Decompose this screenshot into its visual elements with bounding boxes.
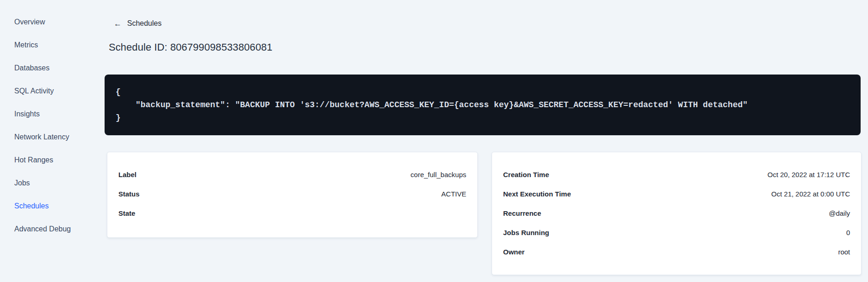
row-value: ACTIVE	[441, 190, 466, 198]
sidebar-item-jobs[interactable]: Jobs	[0, 172, 100, 195]
page-title: Schedule ID: 806799098533806081	[109, 41, 272, 53]
row-label: Label	[118, 171, 136, 178]
back-arrow-icon: ←	[114, 20, 122, 28]
sidebar-item-network-latency[interactable]: Network Latency	[0, 126, 100, 149]
sidebar-item-sql-activity[interactable]: SQL Activity	[0, 80, 100, 103]
sidebar-item-metrics[interactable]: Metrics	[0, 34, 100, 57]
schedule-details-page: Overview Metrics Databases SQL Activity …	[0, 0, 868, 282]
code-line: "backup_statement": "BACKUP INTO 's3://b…	[116, 98, 850, 111]
sidebar-item-insights[interactable]: Insights	[0, 103, 100, 126]
detail-row-status: Status ACTIVE	[118, 184, 466, 203]
row-value: Oct 20, 2022 at 17:12 UTC	[768, 171, 850, 178]
sidebar-item-advanced-debug[interactable]: Advanced Debug	[0, 218, 100, 241]
row-value: core_full_backups	[411, 171, 466, 178]
detail-row-label: Label core_full_backups	[118, 165, 466, 184]
detail-row-owner: Owner root	[503, 242, 850, 261]
code-line: {	[116, 86, 850, 98]
row-label: State	[118, 209, 135, 217]
row-label: Jobs Running	[503, 229, 549, 236]
row-value: Oct 21, 2022 at 0:00 UTC	[771, 190, 850, 198]
back-link-label: Schedules	[127, 19, 162, 28]
back-to-schedules-link[interactable]: ← Schedules	[114, 19, 162, 28]
row-value: @daily	[829, 209, 850, 217]
row-label: Recurrence	[503, 209, 541, 217]
sidebar-item-databases[interactable]: Databases	[0, 57, 100, 80]
detail-row-recurrence: Recurrence @daily	[503, 203, 850, 223]
row-label: Next Execution Time	[503, 190, 571, 198]
detail-row-state: State	[118, 203, 466, 223]
row-label: Creation Time	[503, 171, 549, 178]
sidebar-nav: Overview Metrics Databases SQL Activity …	[0, 11, 100, 241]
schedule-summary-card: Label core_full_backups Status ACTIVE St…	[107, 152, 478, 238]
sidebar-item-schedules[interactable]: Schedules	[0, 195, 100, 218]
schedule-timing-card: Creation Time Oct 20, 2022 at 17:12 UTC …	[492, 152, 862, 275]
row-value: root	[838, 248, 850, 256]
row-label: Status	[118, 190, 140, 198]
backup-statement-code-block: { "backup_statement": "BACKUP INTO 's3:/…	[105, 75, 861, 135]
row-label: Owner	[503, 248, 525, 256]
code-line: }	[116, 111, 850, 124]
detail-row-next-execution-time: Next Execution Time Oct 21, 2022 at 0:00…	[503, 184, 850, 203]
sidebar-item-overview[interactable]: Overview	[0, 11, 100, 34]
detail-row-creation-time: Creation Time Oct 20, 2022 at 17:12 UTC	[503, 165, 850, 184]
detail-row-jobs-running: Jobs Running 0	[503, 223, 850, 242]
row-value: 0	[846, 229, 850, 236]
sidebar-item-hot-ranges[interactable]: Hot Ranges	[0, 149, 100, 172]
